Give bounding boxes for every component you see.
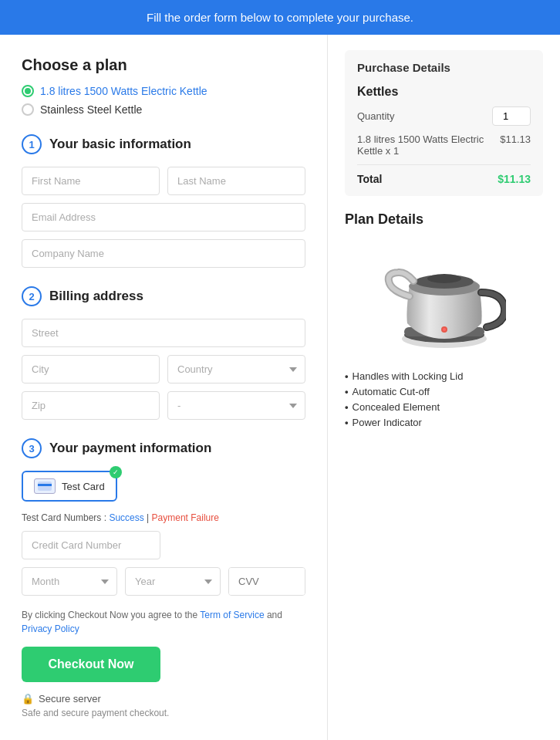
plan-option-2[interactable]: Stainless Steel Kettle <box>22 103 305 116</box>
first-name-input[interactable] <box>22 167 160 195</box>
step3-number: 3 <box>22 438 42 458</box>
country-select[interactable]: CountryUSAUKCanada <box>167 355 305 384</box>
product-price: $11.13 <box>500 133 531 145</box>
street-row <box>22 319 305 347</box>
step1-section: 1 Your basic information <box>22 134 305 268</box>
step3-title: Your payment information <box>49 441 211 456</box>
feature-item: Concealed Element <box>345 401 543 413</box>
right-panel: Purchase Details Kettles Quantity 1.8 li… <box>328 35 560 740</box>
name-row <box>22 167 305 195</box>
privacy-link[interactable]: Privacy Policy <box>22 623 79 634</box>
step2-section: 2 Billing address CountryUSAUKCanada -CA… <box>22 286 305 420</box>
cc-number-input[interactable] <box>22 531 160 559</box>
secure-label: Secure server <box>39 693 101 705</box>
svg-point-11 <box>443 328 446 331</box>
month-select[interactable]: Month123456789101112 <box>22 567 117 596</box>
product-name: 1.8 litres 1500 Watts Electric Kettle x … <box>357 133 500 157</box>
product-row: 1.8 litres 1500 Watts Electric Kettle x … <box>357 133 531 165</box>
plan-radio-1 <box>22 85 34 97</box>
test-card-numbers: Test Card Numbers : Success | Payment Fa… <box>22 512 305 523</box>
last-name-input[interactable] <box>167 167 305 195</box>
plan-option-1[interactable]: 1.8 litres 1500 Watts Electric Kettle <box>22 85 305 97</box>
feature-item: Power Indicator <box>345 417 543 428</box>
email-row <box>22 203 305 231</box>
email-input[interactable] <box>22 203 305 231</box>
quantity-label: Quantity <box>357 110 394 122</box>
step1-title: Your basic information <box>49 137 191 152</box>
city-input[interactable] <box>22 355 160 384</box>
success-link[interactable]: Success <box>109 512 143 523</box>
state-select[interactable]: -CANYTX <box>167 391 305 420</box>
year-select[interactable]: Year202420252026202720282029203020312032… <box>125 567 221 596</box>
step1-number: 1 <box>22 134 42 154</box>
cvv-input[interactable] <box>229 568 305 595</box>
svg-rect-1 <box>38 484 52 486</box>
company-row <box>22 239 305 268</box>
step3-header: 3 Your payment information <box>22 438 305 458</box>
feature-list: Handles with Locking LidAutomatic Cut-of… <box>345 370 543 428</box>
step2-number: 2 <box>22 286 42 306</box>
banner-text: Fill the order form below to complete yo… <box>147 11 413 24</box>
total-row: Total $11.13 <box>357 173 531 185</box>
step2-header: 2 Billing address <box>22 286 305 306</box>
plan-label-1: 1.8 litres 1500 Watts Electric Kettle <box>40 85 207 97</box>
svg-point-9 <box>427 274 461 283</box>
card-label: Test Card <box>62 481 105 492</box>
quantity-row: Quantity <box>357 106 531 126</box>
terms-text: By clicking Checkout Now you agree to th… <box>22 608 305 636</box>
plan-label-2: Stainless Steel Kettle <box>40 103 142 116</box>
safe-text: Safe and secure payment checkout. <box>22 708 305 718</box>
total-label: Total <box>357 173 382 185</box>
step1-header: 1 Your basic information <box>22 134 305 154</box>
cvv-wrapper <box>228 567 305 596</box>
street-input[interactable] <box>22 319 305 347</box>
city-country-row: CountryUSAUKCanada <box>22 355 305 384</box>
tos-link[interactable]: Term of Service <box>200 610 264 620</box>
feature-item: Automatic Cut-off <box>345 386 543 397</box>
choose-plan-title: Choose a plan <box>22 56 305 74</box>
cc-number-row <box>22 531 305 559</box>
company-input[interactable] <box>22 239 305 268</box>
card-icon <box>34 478 56 494</box>
left-panel: Choose a plan 1.8 litres 1500 Watts Elec… <box>0 35 328 740</box>
step3-section: 3 Your payment information Test Card ✓ T… <box>22 438 305 596</box>
lock-icon: 🔒 <box>22 693 34 705</box>
secure-server: 🔒 Secure server <box>22 693 305 705</box>
top-banner: Fill the order form below to complete yo… <box>0 0 560 35</box>
purchase-details-title: Purchase Details <box>357 61 531 74</box>
feature-item: Handles with Locking Lid <box>345 370 543 382</box>
plan-radio-2 <box>22 103 34 116</box>
card-check-icon: ✓ <box>110 466 122 478</box>
failure-link[interactable]: Payment Failure <box>152 512 219 523</box>
quantity-input[interactable] <box>492 106 531 126</box>
card-selector[interactable]: Test Card ✓ <box>22 471 117 502</box>
checkout-button[interactable]: Checkout Now <box>22 647 160 682</box>
purchase-details-box: Purchase Details Kettles Quantity 1.8 li… <box>345 50 543 196</box>
zip-input[interactable] <box>22 391 160 420</box>
payment-row: Month123456789101112 Year202420252026202… <box>22 567 305 596</box>
product-section-title: Kettles <box>357 85 531 99</box>
kettle-image <box>345 238 543 358</box>
total-amount: $11.13 <box>498 173 531 185</box>
plan-details-title: Plan Details <box>345 211 543 228</box>
zip-state-row: -CANYTX <box>22 391 305 420</box>
main-container: Choose a plan 1.8 litres 1500 Watts Elec… <box>0 35 560 740</box>
step2-title: Billing address <box>49 289 143 304</box>
